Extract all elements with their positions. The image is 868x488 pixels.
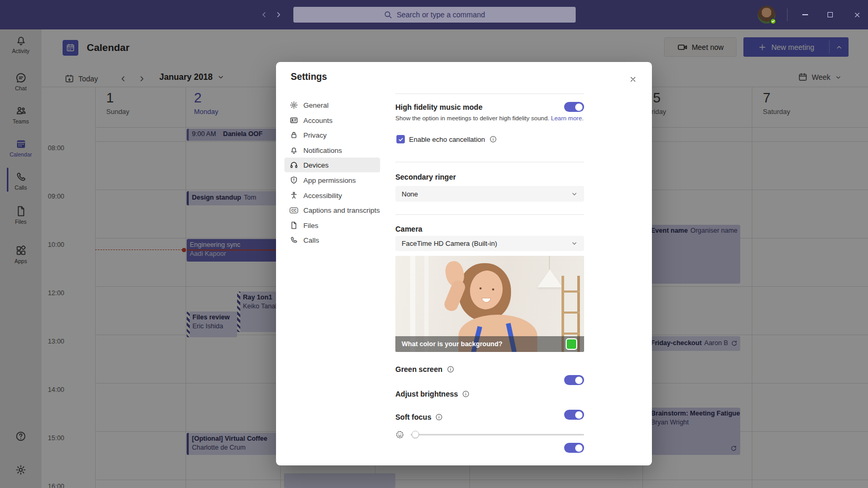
nav-back-button[interactable] — [258, 8, 270, 21]
search-icon — [384, 11, 392, 19]
section-divider — [395, 94, 584, 94]
adjust-brightness-toggle[interactable] — [564, 410, 584, 420]
camera-select[interactable]: FaceTime HD Camera (Built-in) — [395, 236, 584, 251]
phone-icon — [290, 236, 298, 244]
soft-focus-slider[interactable] — [411, 434, 584, 435]
avatar[interactable] — [758, 6, 775, 24]
bell-icon — [290, 146, 298, 154]
soft-focus-toggle[interactable] — [564, 443, 584, 453]
close-window-button[interactable] — [847, 8, 866, 21]
high-fidelity-toggle[interactable] — [564, 102, 584, 112]
info-icon[interactable] — [435, 413, 443, 421]
soft-focus-slider-handle[interactable] — [412, 431, 419, 438]
soft-focus-face-icon — [395, 430, 404, 439]
info-icon[interactable] — [462, 390, 469, 398]
shield-icon — [290, 176, 298, 184]
minimize-button[interactable] — [796, 8, 814, 21]
maximize-button[interactable] — [821, 8, 839, 21]
info-icon[interactable] — [447, 366, 454, 373]
camera-label: Camera — [395, 225, 422, 233]
soft-focus-row: Soft focus — [395, 413, 443, 421]
info-icon[interactable] — [489, 136, 497, 143]
settings-title: Settings — [291, 71, 327, 82]
echo-cancellation-checkbox[interactable] — [396, 135, 405, 143]
chevron-down-icon — [571, 240, 578, 247]
background-question-bar: What color is your background? — [395, 336, 584, 352]
high-fidelity-description: Show the option in meetings to deliver h… — [395, 115, 584, 121]
settings-nav-files[interactable]: Files — [284, 218, 380, 233]
settings-modal: Settings General Accounts Privacy Notifi… — [276, 62, 652, 465]
gear-icon — [290, 101, 298, 109]
settings-nav-accounts[interactable]: Accounts — [284, 113, 380, 128]
settings-nav-privacy[interactable]: Privacy — [284, 128, 380, 142]
secondary-ringer-label: Secondary ringer — [395, 173, 456, 181]
settings-nav-app-permissions[interactable]: App permissions — [284, 173, 380, 188]
learn-more-link[interactable]: Learn more. — [551, 115, 584, 121]
settings-nav-notifications[interactable]: Notifications — [284, 143, 380, 158]
nav-forward-button[interactable] — [272, 8, 285, 21]
captions-icon: CC — [290, 207, 298, 213]
section-divider — [395, 214, 584, 215]
titlebar-divider — [787, 8, 788, 21]
settings-nav-general[interactable]: General — [284, 98, 380, 112]
accessibility-icon — [290, 191, 298, 200]
id-card-icon — [290, 116, 298, 124]
settings-nav-calls[interactable]: Calls — [284, 233, 380, 247]
search-input[interactable]: Search or type a command — [293, 7, 576, 23]
echo-cancellation-row: Enable echo cancellation — [396, 135, 497, 143]
headset-icon — [290, 161, 298, 169]
camera-preview: What color is your background? — [395, 256, 584, 352]
green-screen-toggle[interactable] — [564, 375, 584, 385]
file-icon — [290, 221, 298, 230]
high-fidelity-label: High fidelity music mode — [395, 103, 483, 111]
settings-nav-devices[interactable]: Devices — [284, 158, 380, 172]
close-settings-button[interactable] — [625, 71, 641, 87]
search-placeholder: Search or type a command — [396, 11, 485, 19]
green-screen-row: Green screen — [395, 365, 454, 373]
section-divider — [395, 162, 584, 162]
adjust-brightness-row: Adjust brightness — [395, 390, 469, 398]
chevron-down-icon — [571, 191, 578, 198]
title-bar: Search or type a command — [0, 0, 868, 29]
background-color-swatch[interactable] — [566, 338, 577, 350]
settings-nav-captions[interactable]: CC Captions and transcripts — [284, 203, 380, 217]
presence-available-badge — [770, 18, 777, 25]
settings-nav-accessibility[interactable]: Accessibility — [284, 188, 380, 203]
lock-icon — [290, 131, 298, 139]
secondary-ringer-select[interactable]: None — [395, 186, 584, 202]
